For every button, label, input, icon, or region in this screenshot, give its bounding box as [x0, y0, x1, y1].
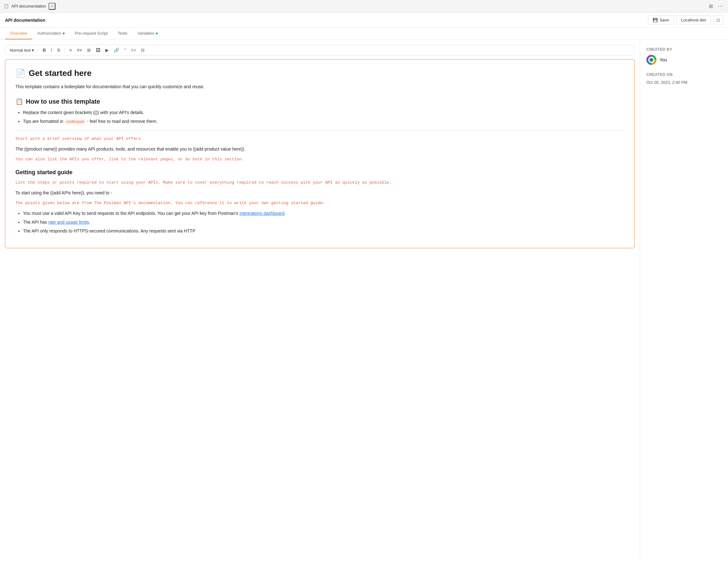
start-paragraph: To start using the ((add APIs here)), yo…: [15, 189, 624, 196]
header-actions: 💾 Save Localhost dev ⊡: [648, 15, 723, 25]
formatting-toolbar: Normal text ▾ B I S ≡ #≡ ⊞ 🖼 ▶ 🔗 " <> ⊟: [5, 45, 635, 55]
tab-variables[interactable]: Variables: [132, 28, 163, 39]
created-by-label: Created by: [646, 47, 722, 52]
more-options-button[interactable]: ⋯: [717, 2, 724, 10]
doc-heading-1: 📄 Get started here: [15, 68, 624, 78]
document-editor[interactable]: 📄 Get started here This template contain…: [5, 59, 635, 248]
split-view-button[interactable]: ⊞: [708, 2, 714, 10]
tab-title: API documentation: [11, 4, 46, 9]
title-bar-left: 📋 API documentation ✕: [4, 3, 55, 10]
tab-tests[interactable]: Tests: [113, 28, 132, 39]
ordered-list-button[interactable]: #≡: [75, 47, 84, 53]
strikethrough-button[interactable]: S: [55, 47, 62, 53]
close-tab-button[interactable]: ✕: [49, 3, 55, 10]
comment-1: Start with a brief overview of what your…: [15, 136, 624, 142]
sidebar: Created by You Created on Oct 26, 2023, …: [640, 40, 728, 559]
created-date: Oct 26, 2023, 2:40 PM: [646, 80, 722, 85]
list-item: Tips are formatted in codespan - feel fr…: [23, 118, 624, 125]
bullet2-suffix: - feel free to read and remove them.: [86, 119, 157, 124]
bullet2-prefix: Tips are formatted in: [23, 119, 65, 124]
intro-paragraph: This template contains a boilerplate for…: [15, 83, 624, 90]
save-icon: 💾: [653, 18, 658, 22]
avatar: [646, 55, 656, 65]
blockquote-button[interactable]: ": [122, 47, 128, 53]
italic-button[interactable]: I: [49, 47, 54, 53]
save-button[interactable]: 💾 Save: [648, 15, 674, 25]
list-item: Replace the content given brackets (()) …: [23, 109, 624, 117]
variables-dot: [156, 32, 158, 34]
bullet5-text: The API only responds to HTTPS-secured c…: [23, 229, 195, 234]
editor-area[interactable]: Normal text ▾ B I S ≡ #≡ ⊞ 🖼 ▶ 🔗 " <> ⊟ …: [0, 40, 640, 559]
text-style-select[interactable]: Normal text ▾: [9, 47, 35, 53]
toolbar-divider-2: [65, 47, 65, 53]
list-item: The API has rate and usage limits.: [23, 219, 624, 226]
heading-1-text: Get started here: [29, 68, 91, 78]
creator-user: You: [646, 55, 722, 65]
integrations-dashboard-link[interactable]: integrations dashboard: [240, 211, 284, 216]
codespan-label: codespan: [65, 119, 86, 125]
list-item: The API only responds to HTTPS-secured c…: [23, 228, 624, 235]
doc-heading-2: 📋 How to use this template: [15, 98, 624, 105]
comment-3: List the steps or points required to sta…: [15, 180, 624, 186]
image-button[interactable]: 🖼: [94, 47, 102, 53]
tab-authorization[interactable]: Authorization: [32, 28, 70, 39]
tab-pre-request-script[interactable]: Pre-request Script: [70, 28, 113, 39]
getting-started-list: You must use a valid API Key to send req…: [15, 210, 624, 235]
authorization-dot: [63, 32, 65, 34]
environment-selector[interactable]: Localhost dev: [676, 15, 711, 25]
heading-2-text: How to use this template: [26, 98, 100, 105]
heading-1-emoji: 📄: [15, 68, 26, 78]
bullet3-suffix: .: [284, 211, 286, 216]
list-item: You must use a valid API Key to send req…: [23, 210, 624, 217]
doc-heading-3: Getting started guide: [15, 169, 624, 176]
heading-2-emoji: 📋: [15, 98, 23, 105]
settings-button[interactable]: ⊡: [714, 15, 723, 25]
avatar-dot: [650, 58, 653, 62]
collection-title: API documentation: [5, 18, 45, 23]
overview-paragraph: The ((product name)) provides many API p…: [15, 146, 624, 153]
rate-limits-link[interactable]: rate and usage limits: [48, 220, 89, 225]
bullet4-text: The API has: [23, 220, 48, 225]
bullet4-suffix: .: [89, 220, 90, 225]
created-by-section: Created by You: [646, 47, 722, 65]
unordered-list-button[interactable]: ≡: [67, 47, 74, 53]
comment-2: You can also list the APIs you offer, li…: [15, 156, 624, 163]
code-button[interactable]: <>: [129, 47, 138, 53]
created-on-label: Created on: [646, 72, 722, 77]
bullet3-text: You must use a valid API Key to send req…: [23, 211, 240, 216]
header-bar: API documentation 💾 Save Localhost dev ⊡: [0, 13, 728, 28]
toolbar-divider-1: [38, 47, 38, 53]
tab-overview[interactable]: Overview: [5, 28, 32, 39]
title-bar-right: ⊞ ⋯: [708, 2, 724, 10]
comment-4: The points given below are from The Post…: [15, 200, 624, 207]
tabs-bar: Overview Authorization Pre-request Scrip…: [0, 28, 728, 40]
main-layout: Normal text ▾ B I S ≡ #≡ ⊞ 🖼 ▶ 🔗 " <> ⊟ …: [0, 40, 728, 559]
table-button[interactable]: ⊞: [85, 47, 93, 53]
created-on-section: Created on Oct 26, 2023, 2:40 PM: [646, 72, 722, 85]
how-to-list: Replace the content given brackets (()) …: [15, 109, 624, 125]
more-button[interactable]: ⊟: [139, 47, 147, 53]
username-label: You: [660, 57, 667, 62]
link-button[interactable]: 🔗: [112, 47, 121, 53]
avatar-inner: [648, 57, 655, 63]
bold-button[interactable]: B: [41, 47, 48, 53]
horizontal-rule: [15, 130, 624, 131]
save-label: Save: [660, 18, 669, 22]
title-bar: 📋 API documentation ✕ ⊞ ⋯: [0, 0, 728, 13]
chevron-down-icon: ▾: [32, 48, 34, 53]
text-style-label: Normal text: [10, 48, 31, 53]
video-button[interactable]: ▶: [103, 47, 111, 53]
tab-icon: 📋: [4, 4, 9, 9]
